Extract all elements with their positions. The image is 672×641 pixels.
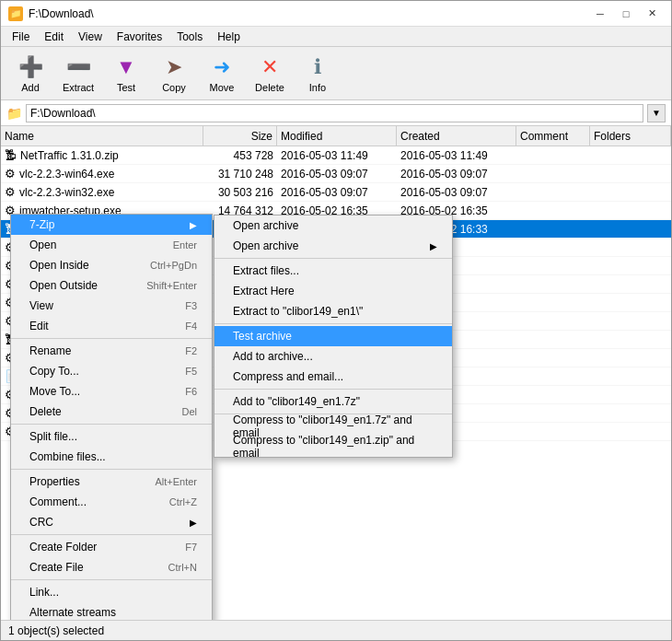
context-menu-item-create-file[interactable]: Create FileCtrl+N	[11, 557, 212, 577]
file-folders	[590, 312, 671, 330]
context-item-arrow: ▶	[190, 518, 197, 528]
submenu-item-sub-extract-here[interactable]: Extract Here	[214, 281, 452, 301]
context-menu-item-edit[interactable]: EditF4	[11, 316, 212, 336]
submenu-item-sub-open-archive[interactable]: Open archive	[214, 216, 452, 236]
context-item-label: Link...	[29, 586, 59, 599]
submenu-item-sub-open-archive2[interactable]: Open archive▶	[214, 236, 452, 256]
toolbar-test-button[interactable]: ▼ Test	[104, 51, 148, 97]
context-menu-item-create-folder[interactable]: Create FolderF7	[11, 537, 212, 557]
file-comment	[516, 239, 590, 256]
menu-item-tools[interactable]: Tools	[169, 29, 210, 45]
file-folders	[590, 239, 671, 256]
context-menu-item-7zip[interactable]: 7-Zip▶Open archiveOpen archive▶Extract f…	[11, 215, 212, 235]
col-header-name[interactable]: Name	[1, 126, 203, 146]
toolbar-move-button[interactable]: ➜ Move	[200, 51, 244, 97]
context-item-label: CRC	[29, 516, 53, 529]
menu-item-file[interactable]: File	[5, 29, 37, 45]
menu-item-favorites[interactable]: Favorites	[110, 29, 169, 45]
context-item-shortcut: Enter	[173, 239, 197, 251]
submenu-divider	[214, 258, 452, 259]
col-header-folders[interactable]: Folders	[590, 126, 671, 146]
file-modified: 2016-05-03 09:07	[277, 183, 397, 201]
maximize-button[interactable]: □	[614, 5, 638, 23]
col-header-created[interactable]: Created	[397, 126, 516, 146]
submenu-item-sub-compress-email[interactable]: Compress and email...	[214, 367, 452, 387]
submenu-item-label: Extract Here	[233, 285, 295, 297]
submenu-item-sub-test[interactable]: Test archive	[214, 326, 452, 346]
file-folders	[590, 146, 671, 164]
file-folders	[590, 331, 671, 348]
test-icon: ▼	[113, 54, 139, 80]
submenu-item-sub-extract[interactable]: Extract files...	[214, 261, 452, 281]
submenu-item-sub-compress-zip-email[interactable]: Compress to "clibor149_en1.zip" and emai…	[214, 437, 452, 457]
file-comment	[516, 349, 590, 367]
context-item-label: Edit	[29, 320, 49, 332]
context-menu-item-rename[interactable]: RenameF2	[11, 341, 212, 361]
toolbar: ➕ Add➖ Extract▼ Test➤ Copy➜ Move✕ Delete…	[1, 47, 671, 100]
file-row[interactable]: ⚙ vlc-2.2.3-win32.exe 30 503 216 2016-05…	[1, 183, 671, 202]
submenu-item-label: Test archive	[233, 330, 292, 343]
context-menu-item-open-inside[interactable]: Open InsideCtrl+PgDn	[11, 255, 212, 275]
file-comment	[516, 220, 590, 238]
col-header-size[interactable]: Size	[203, 126, 277, 146]
context-item-label: Combine files...	[29, 450, 106, 463]
file-folders	[590, 423, 671, 440]
context-menu-item-link[interactable]: Link...	[11, 582, 212, 602]
context-menu-item-comment[interactable]: Comment...Ctrl+Z	[11, 492, 212, 512]
context-menu-item-open-outside[interactable]: Open OutsideShift+Enter	[11, 275, 212, 296]
file-comment	[516, 146, 590, 164]
context-item-label: Delete	[29, 405, 62, 418]
file-name: ⚙ vlc-2.2.3-win64.exe	[1, 165, 203, 182]
submenu-7zip: Open archiveOpen archive▶Extract files..…	[214, 215, 453, 458]
file-folders	[590, 165, 671, 182]
address-dropdown[interactable]: ▼	[647, 104, 666, 122]
context-menu-item-properties[interactable]: PropertiesAlt+Enter	[11, 472, 212, 492]
col-header-comment[interactable]: Comment	[516, 126, 590, 146]
toolbar-extract-button[interactable]: ➖ Extract	[56, 51, 100, 97]
context-menu-item-crc[interactable]: CRC▶	[11, 512, 212, 532]
file-comment	[516, 386, 590, 403]
add-icon: ➕	[17, 54, 43, 80]
context-menu-item-view[interactable]: ViewF3	[11, 296, 212, 316]
minimize-button[interactable]: ─	[588, 5, 612, 23]
toolbar-delete-button[interactable]: ✕ Delete	[248, 51, 292, 97]
context-menu-item-combine[interactable]: Combine files...	[11, 447, 212, 467]
context-menu-item-delete[interactable]: DeleteDel	[11, 402, 212, 422]
toolbar-info-button[interactable]: ℹ Info	[295, 51, 340, 97]
context-menu-item-split[interactable]: Split file...	[11, 426, 212, 447]
file-comment	[516, 257, 590, 274]
status-text: 1 object(s) selected	[8, 624, 104, 637]
file-icon: 🗜	[5, 148, 17, 162]
main-window: 📁 F:\Download\ ─ □ ✕ FileEditViewFavorit…	[0, 0, 672, 641]
context-item-shortcut: F4	[185, 320, 197, 332]
context-menu: 7-Zip▶Open archiveOpen archive▶Extract f…	[10, 214, 213, 620]
file-row[interactable]: 🗜 NetTraffic 1.31.0.zip 453 728 2016-05-…	[1, 146, 671, 165]
submenu-item-sub-add[interactable]: Add to archive...	[214, 346, 452, 367]
toolbar-add-label: Add	[21, 82, 40, 93]
context-menu-item-move-to[interactable]: Move To...F6	[11, 381, 212, 402]
submenu-item-sub-extract-to[interactable]: Extract to "clibor149_en1\"	[214, 301, 452, 321]
context-item-label: View	[29, 299, 53, 312]
file-comment	[516, 165, 590, 182]
context-menu-item-copy-to[interactable]: Copy To...F5	[11, 361, 212, 381]
context-menu-item-open[interactable]: OpenEnter	[11, 235, 212, 255]
file-size: 31 710 248	[203, 165, 277, 182]
menu-item-view[interactable]: View	[71, 29, 110, 45]
title-bar-left: 📁 F:\Download\	[8, 6, 94, 21]
title-controls: ─ □ ✕	[588, 5, 664, 23]
toolbar-copy-button[interactable]: ➤ Copy	[152, 51, 196, 97]
submenu-item-sub-add-7z[interactable]: Add to "clibor149_en1.7z"	[214, 391, 452, 412]
col-header-modified[interactable]: Modified	[277, 126, 397, 146]
submenu-divider	[214, 389, 452, 390]
menu-item-help[interactable]: Help	[210, 29, 248, 45]
context-item-shortcut: Ctrl+Z	[169, 496, 197, 507]
context-menu-item-alt-streams[interactable]: Alternate streams	[11, 602, 212, 620]
address-input[interactable]	[26, 104, 643, 122]
context-item-shortcut: Ctrl+PgDn	[150, 260, 197, 271]
file-row[interactable]: ⚙ vlc-2.2.3-win64.exe 31 710 248 2016-05…	[1, 165, 671, 183]
toolbar-add-button[interactable]: ➕ Add	[8, 51, 52, 97]
window-icon: 📁	[8, 6, 23, 21]
context-menu-divider	[11, 338, 212, 339]
close-button[interactable]: ✕	[640, 5, 664, 23]
menu-item-edit[interactable]: Edit	[37, 29, 71, 45]
